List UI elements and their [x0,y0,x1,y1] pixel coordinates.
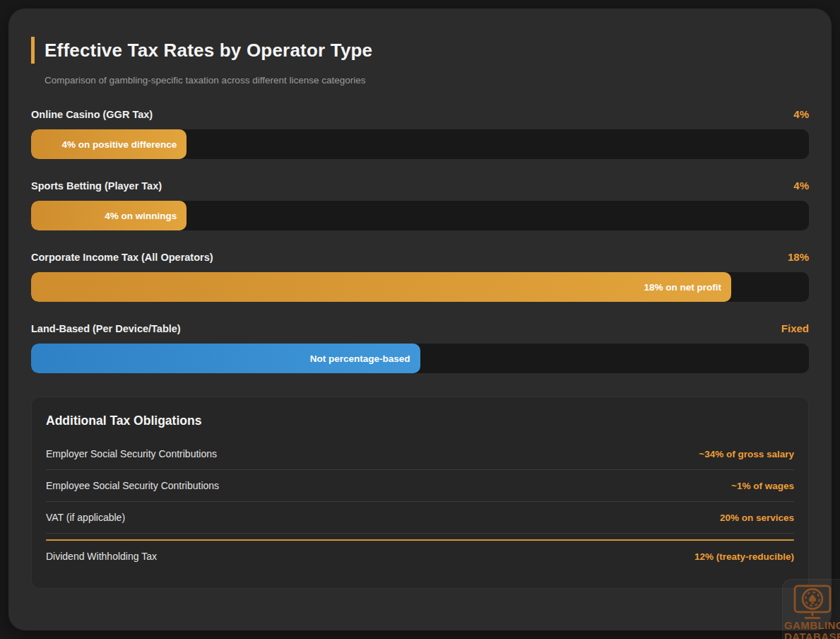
bar-fill-1: 4% on winnings [31,201,187,230]
bar-track: 18% on net profit [31,272,809,302]
bar-header: Sports Betting (Player Tax) 4% [31,180,809,194]
page-title: Effective Tax Rates by Operator Type [31,37,809,64]
bar-value-label: Fixed [781,322,809,334]
bar-value-label: 4% [793,108,809,120]
bar-header: Corporate Income Tax (All Operators) 18% [31,251,809,265]
obligation-row-employer-ssc: Employer Social Security Contributions ~… [46,438,794,470]
obligation-row-dividend-wht: Dividend Withholding Tax 12% (treaty-red… [46,541,794,572]
obligation-value: ~1% of wages [731,481,794,491]
bar-group-online-casino: Online Casino (GGR Tax) 4% 4% on positiv… [31,108,809,159]
bar-inline-label: 4% on winnings [105,211,177,221]
obligation-value: 20% on services [720,512,794,523]
header: Effective Tax Rates by Operator Type Com… [31,37,809,87]
page-subtitle: Comparison of gambling-specific taxation… [45,74,809,87]
bar-fill-3: Not percentage-based [31,344,420,373]
bar-group-land-based: Land-Based (Per Device/Table) Fixed Not … [31,322,809,373]
bar-value-label: 18% [788,251,809,263]
bar-category-label: Land-Based (Per Device/Table) [31,323,181,334]
bar-chart: Online Casino (GGR Tax) 4% 4% on positiv… [31,108,809,373]
bar-category-label: Sports Betting (Player Tax) [31,180,162,192]
panel-title: Additional Tax Obligations [46,414,794,428]
obligation-label: VAT (if applicable) [46,512,125,523]
bar-value-label: 4% [793,180,809,192]
bar-inline-label: 4% on positive difference [61,139,177,150]
bar-group-sports-betting: Sports Betting (Player Tax) 4% 4% on win… [31,180,809,230]
bar-track: Not percentage-based [31,344,809,373]
obligation-value: ~34% of gross salary [699,449,794,459]
bar-inline-label: Not percentage-based [310,353,410,364]
obligation-label: Employer Social Security Contributions [46,448,217,459]
bar-fill-0: 4% on positive difference [31,129,187,159]
bar-inline-label: 18% on net profit [644,282,721,293]
tax-rates-card: Effective Tax Rates by Operator Type Com… [8,8,832,631]
obligation-value: 12% (treaty-reducible) [694,551,794,562]
bar-group-corporate-income: Corporate Income Tax (All Operators) 18%… [31,251,809,302]
additional-tax-obligations-panel: Additional Tax Obligations Employer Soci… [31,397,809,589]
obligation-label: Dividend Withholding Tax [46,551,157,562]
bar-fill-2: 18% on net profit [31,272,731,302]
bar-category-label: Online Casino (GGR Tax) [31,109,153,120]
watermark-line1: GAMBLING [784,621,840,631]
bar-track: 4% on positive difference [31,129,809,159]
bar-track: 4% on winnings [31,201,809,230]
gambling-databases-watermark: GAMBLING DATABASES [782,579,840,639]
bar-header: Land-Based (Per Device/Table) Fixed [31,322,809,336]
watermark-line2: DATABASES [784,632,840,639]
monitor-casino-chip-icon [790,585,835,620]
obligation-row-employee-ssc: Employee Social Security Contributions ~… [46,470,794,502]
bar-header: Online Casino (GGR Tax) 4% [31,108,809,122]
obligation-label: Employee Social Security Contributions [46,480,219,491]
obligation-row-vat: VAT (if applicable) 20% on services [46,502,794,534]
bar-category-label: Corporate Income Tax (All Operators) [31,252,213,263]
